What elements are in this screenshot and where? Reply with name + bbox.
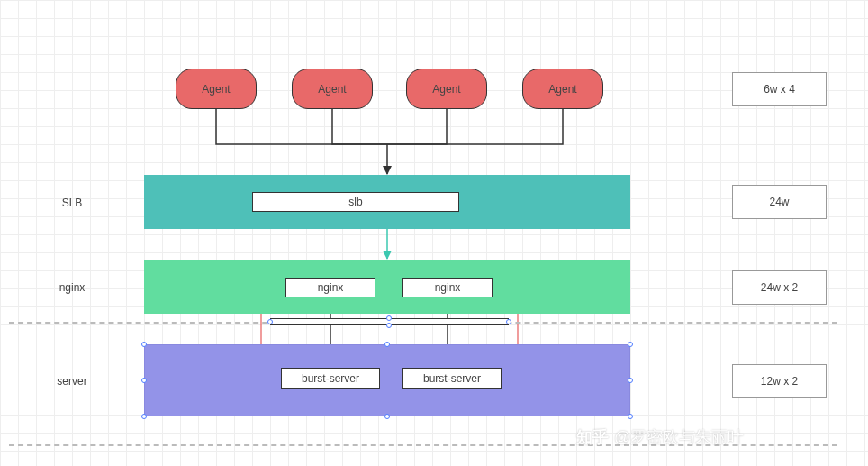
zhihu-logo-icon: 知乎 [576,426,609,448]
side-label-slb: SLB [41,196,104,209]
annotation-slb[interactable]: 24w [732,185,827,219]
selection-handle[interactable] [384,342,390,347]
selection-handle[interactable] [141,342,147,347]
nginx-layer[interactable] [144,260,630,314]
nginx-node-2[interactable]: nginx [402,278,493,297]
server-layer[interactable] [144,344,630,416]
selection-handle[interactable] [267,319,273,324]
agent-node-2[interactable]: Agent [292,69,373,109]
watermark-author: @罗密欧与朱丽叶 [614,426,744,448]
agent-label: Agent [318,83,346,96]
agent-node-1[interactable]: Agent [176,69,257,109]
annotation-text: 6w x 4 [764,83,795,96]
selection-handle[interactable] [386,323,392,328]
edge-agents-to-slb [216,109,563,174]
selection-handle[interactable] [628,378,633,383]
annotation-text: 24w [769,196,789,208]
annotation-nginx[interactable]: 24w x 2 [732,270,827,305]
agent-node-3[interactable]: Agent [406,69,487,109]
nginx-label: nginx [318,281,344,294]
server-node-1[interactable]: burst-server [281,368,380,389]
selection-handle[interactable] [506,319,511,324]
selection-handle[interactable] [141,378,147,383]
selection-handle[interactable] [628,342,633,347]
selection-handle[interactable] [386,315,392,321]
selection-handle[interactable] [141,414,147,419]
side-label-nginx: nginx [41,281,104,294]
slb-node[interactable]: slb [252,192,459,212]
annotation-text: 12w x 2 [761,375,798,388]
selection-handle[interactable] [628,414,633,419]
annotation-server[interactable]: 12w x 2 [732,364,827,398]
selection-handle[interactable] [384,414,390,419]
server-label: burst-server [423,372,481,385]
side-label-server: server [41,375,104,388]
agent-node-4[interactable]: Agent [522,69,603,109]
server-label: burst-server [302,372,359,385]
annotation-text: 24w x 2 [761,281,798,294]
nginx-node-1[interactable]: nginx [285,278,375,297]
annotation-agents[interactable]: 6w x 4 [732,72,827,106]
agent-label: Agent [548,83,576,96]
agent-label: Agent [202,83,230,96]
agent-label: Agent [432,83,460,96]
slb-label: slb [348,196,362,208]
server-node-2[interactable]: burst-server [402,368,502,389]
nginx-label: nginx [435,281,461,294]
watermark: 知乎 @罗密欧与朱丽叶 [576,426,744,448]
